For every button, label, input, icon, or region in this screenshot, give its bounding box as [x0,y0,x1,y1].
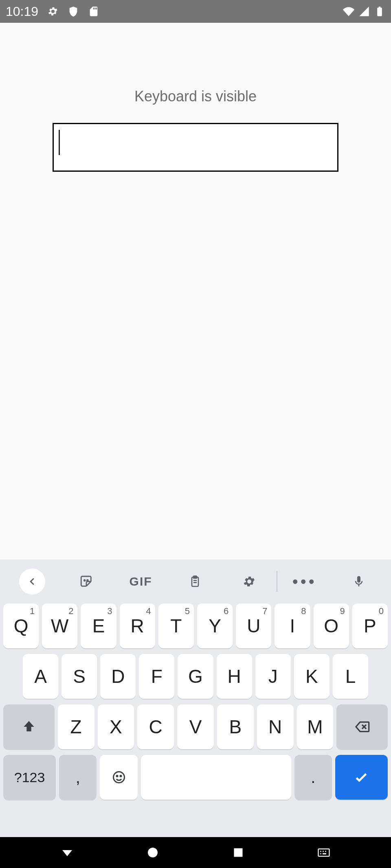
keyboard-row-1: Q1 W2 E3 R4 T5 Y6 U7 I8 O9 P0 [3,603,388,648]
key-z[interactable]: Z [58,704,94,749]
key-q[interactable]: Q1 [3,603,39,648]
cell-signal-icon [358,6,370,17]
shield-icon [68,6,79,17]
key-c[interactable]: C [137,704,174,749]
period-key[interactable]: . [294,755,332,800]
battery-icon [374,6,385,17]
comma-key[interactable]: , [59,755,97,800]
status-right [343,6,385,17]
android-status-bar: 10:19 [0,0,391,23]
svg-point-10 [320,851,321,852]
key-s[interactable]: S [62,654,97,699]
key-w[interactable]: W2 [42,603,77,648]
key-a[interactable]: A [23,654,58,699]
svg-point-6 [120,776,121,777]
home-button[interactable] [141,840,165,865]
onscreen-keyboard: GIF ••• Q1 W2 E3 R4 T5 Y6 U7 I8 O9 P0 [0,560,391,837]
key-p[interactable]: P0 [352,603,388,648]
key-h[interactable]: H [217,654,252,699]
keyboard-row-4: ?123 , . [3,755,388,800]
keyboard-toolbar: GIF ••• [0,560,391,603]
back-button[interactable] [55,840,79,865]
android-nav-bar [0,837,391,868]
svg-point-0 [84,580,85,581]
clipboard-button[interactable] [168,567,222,596]
shift-key[interactable] [3,704,55,749]
svg-point-7 [148,848,158,857]
key-o[interactable]: O9 [314,603,349,648]
key-m[interactable]: M [297,704,334,749]
settings-button[interactable] [222,567,277,596]
key-u[interactable]: U7 [236,603,271,648]
keyboard-rows: Q1 W2 E3 R4 T5 Y6 U7 I8 O9 P0 A S D F G … [0,603,391,837]
app-content: Keyboard is visible [0,23,391,560]
key-r[interactable]: R4 [120,603,155,648]
svg-point-13 [320,853,321,855]
backspace-key[interactable] [336,704,388,749]
key-x[interactable]: X [98,704,134,749]
key-n[interactable]: N [257,704,294,749]
status-left: 10:19 [6,4,99,19]
key-y[interactable]: Y6 [197,603,233,648]
mic-button[interactable] [332,567,386,596]
symbols-key[interactable]: ?123 [3,755,56,800]
visibility-label: Keyboard is visible [134,88,257,105]
sd-card-icon [88,6,99,17]
svg-point-4 [113,772,124,783]
key-k[interactable]: K [294,654,329,699]
wifi-icon [343,6,354,17]
key-l[interactable]: L [333,654,368,699]
key-t[interactable]: T5 [158,603,194,648]
key-d[interactable]: D [100,654,136,699]
gif-button[interactable]: GIF [114,567,168,596]
text-caret [59,130,60,155]
status-clock: 10:19 [6,4,38,19]
sticker-button[interactable] [59,567,113,596]
more-button[interactable]: ••• [277,567,332,596]
enter-key[interactable] [335,755,388,800]
keyboard-switch-button[interactable] [312,840,336,865]
recent-apps-button[interactable] [226,840,250,865]
svg-rect-14 [323,853,326,855]
key-j[interactable]: J [255,654,291,699]
text-input[interactable] [53,123,338,172]
key-f[interactable]: F [139,654,174,699]
svg-point-12 [325,851,326,852]
svg-rect-9 [319,849,329,856]
keyboard-row-3: Z X C V B N M [3,704,388,749]
svg-point-5 [116,776,118,777]
svg-rect-8 [234,848,243,857]
gear-icon [47,6,59,17]
key-g[interactable]: G [178,654,213,699]
collapse-toolbar-button[interactable] [5,567,59,596]
space-key[interactable] [141,755,291,800]
key-b[interactable]: B [217,704,254,749]
svg-point-11 [323,851,324,852]
emoji-key[interactable] [100,755,137,800]
key-i[interactable]: I8 [275,603,310,648]
svg-rect-3 [193,576,197,578]
key-e[interactable]: E3 [81,603,116,648]
key-v[interactable]: V [177,704,214,749]
keyboard-row-2: A S D F G H J K L [3,654,388,699]
svg-point-1 [87,580,88,581]
